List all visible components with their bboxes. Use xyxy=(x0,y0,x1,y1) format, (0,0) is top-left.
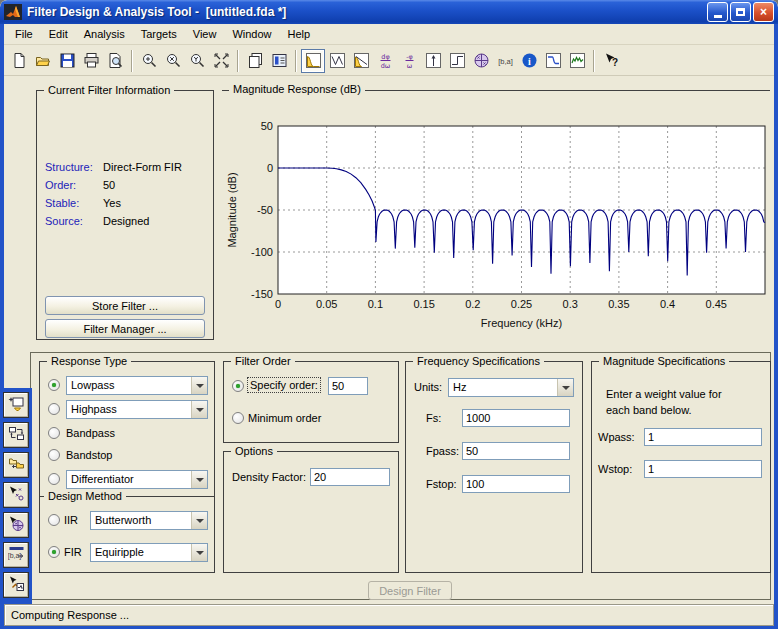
wstop-label: Wstop: xyxy=(598,463,632,475)
pole-zero-editor-button[interactable] xyxy=(3,482,29,508)
store-filter-button[interactable]: Store Filter ... xyxy=(45,296,205,315)
zoom-x-button[interactable] xyxy=(161,49,185,73)
svg-text:0.45: 0.45 xyxy=(706,298,727,310)
fir-label: FIR xyxy=(64,546,82,558)
svg-text:-φ: -φ xyxy=(406,53,413,61)
highpass-combobox[interactable]: Highpass xyxy=(66,400,208,419)
svg-text:0.1: 0.1 xyxy=(368,298,383,310)
units-combobox[interactable]: Hz xyxy=(448,378,574,397)
phase-response-button[interactable] xyxy=(325,49,349,73)
options-group: Options Density Factor: xyxy=(223,451,399,573)
full-view-button[interactable] xyxy=(209,49,233,73)
menu-bar: FileEditAnalysisTargetsViewWindowHelp xyxy=(4,24,774,45)
zoom-y-button[interactable] xyxy=(185,49,209,73)
specify-order-label: Specify order: xyxy=(248,378,320,392)
svg-text:0.25: 0.25 xyxy=(511,298,532,310)
import-filter-button[interactable] xyxy=(3,452,29,478)
group-delay-button[interactable]: dφdω xyxy=(373,49,397,73)
step-icon xyxy=(449,52,466,69)
wpass-input[interactable] xyxy=(644,428,762,446)
page-icon xyxy=(11,52,28,69)
toolbar-separator xyxy=(237,50,239,72)
new-session-button[interactable] xyxy=(7,49,31,73)
bandpass-radio[interactable] xyxy=(48,427,60,439)
magnitude-and-phase-button[interactable] xyxy=(349,49,373,73)
print-button[interactable] xyxy=(79,49,103,73)
specify-order-radio[interactable] xyxy=(232,380,244,392)
spectral-estimate-button[interactable] xyxy=(565,49,589,73)
bandstop-radio[interactable] xyxy=(48,449,60,461)
stable-label: Stable: xyxy=(45,197,79,209)
frequency-specs-group: Frequency Specifications Units: Hz Fs: F… xyxy=(405,361,583,573)
phase-delay-icon: -φω xyxy=(401,52,418,69)
design-method-title: Design Method xyxy=(44,490,126,502)
close-button[interactable]: × xyxy=(753,2,774,22)
fir-method-combobox[interactable]: Equiripple xyxy=(90,543,208,562)
minimize-button[interactable] xyxy=(707,2,728,22)
maximize-button[interactable] xyxy=(730,2,751,22)
menu-targets[interactable]: Targets xyxy=(133,26,185,42)
set-quantization-parameters-button[interactable] xyxy=(3,512,29,538)
combo-value: Differentiator xyxy=(71,473,134,485)
filter-coefficients-view-button[interactable] xyxy=(267,49,291,73)
stable-value: Yes xyxy=(103,197,121,209)
transform-filter-button[interactable] xyxy=(3,422,29,448)
iir-radio[interactable] xyxy=(48,514,60,526)
differentiator-combobox[interactable]: Differentiator xyxy=(66,470,208,489)
minimum-order-radio[interactable] xyxy=(232,412,244,424)
lowpass-yellow-icon xyxy=(305,52,322,69)
filter-manager-button[interactable]: Filter Manager ... xyxy=(45,319,205,338)
mag-y-icon xyxy=(189,52,206,69)
lowpass-radio[interactable] xyxy=(48,379,60,391)
fpass-input[interactable] xyxy=(462,442,570,460)
fstop-input[interactable] xyxy=(462,475,570,493)
density-factor-input[interactable] xyxy=(310,468,390,486)
info-row: Stable: Yes xyxy=(45,197,205,209)
lowpass-line-icon xyxy=(353,52,370,69)
impulse-response-button[interactable] xyxy=(421,49,445,73)
menu-file[interactable]: File xyxy=(7,26,41,42)
filter-coefficients-ba-button[interactable]: [b,a] xyxy=(493,49,517,73)
menu-help[interactable]: Help xyxy=(280,26,319,42)
menu-window[interactable]: Window xyxy=(224,26,279,42)
differentiator-radio[interactable] xyxy=(48,473,60,485)
phase-delay-button[interactable]: -φω xyxy=(397,49,421,73)
specify-order-input[interactable] xyxy=(328,377,368,395)
combo-value: Equiripple xyxy=(95,546,144,558)
menu-edit[interactable]: Edit xyxy=(41,26,76,42)
fir-radio[interactable] xyxy=(48,546,60,558)
print-to-figure-button[interactable] xyxy=(243,49,267,73)
svg-text:Magnitude (dB): Magnitude (dB) xyxy=(226,172,238,247)
pole-zero-plot-button[interactable] xyxy=(469,49,493,73)
store-filter-label: Store Filter ... xyxy=(92,300,158,312)
design-method-divider: Design Method xyxy=(40,496,214,497)
filter-information-button[interactable]: i xyxy=(517,49,541,73)
create-multirate-filter-button[interactable] xyxy=(3,392,29,418)
zoom-in-button[interactable] xyxy=(137,49,161,73)
magnitude-spec-mask-button[interactable] xyxy=(541,49,565,73)
chevron-down-icon xyxy=(191,401,207,418)
export-coefficients-button[interactable]: [b,a] xyxy=(3,542,29,568)
open-session-button[interactable] xyxy=(31,49,55,73)
magnitude-response-button[interactable] xyxy=(301,49,325,73)
save-session-button[interactable] xyxy=(55,49,79,73)
svg-text:-100: -100 xyxy=(251,246,273,258)
toolbar-separator xyxy=(295,50,297,72)
group-title: Filter Order xyxy=(231,355,295,367)
context-help-button[interactable]: ? xyxy=(599,49,623,73)
design-filter-button[interactable]: Design Filter xyxy=(368,581,452,600)
highpass-radio[interactable] xyxy=(48,403,60,415)
fs-input[interactable] xyxy=(462,409,570,427)
combo-value: Butterworth xyxy=(95,514,151,526)
menu-analysis[interactable]: Analysis xyxy=(76,26,133,42)
lowpass-combobox[interactable]: Lowpass xyxy=(66,376,208,395)
menu-view[interactable]: View xyxy=(185,26,225,42)
print-preview-button[interactable] xyxy=(103,49,127,73)
realize-model-button[interactable] xyxy=(3,572,29,598)
help-arrow-icon: ? xyxy=(603,52,620,69)
step-response-button[interactable] xyxy=(445,49,469,73)
iir-method-combobox[interactable]: Butterworth xyxy=(90,511,208,530)
wstop-input[interactable] xyxy=(644,460,762,478)
pz-editor-icon xyxy=(8,485,25,505)
svg-text:ω: ω xyxy=(406,62,411,70)
